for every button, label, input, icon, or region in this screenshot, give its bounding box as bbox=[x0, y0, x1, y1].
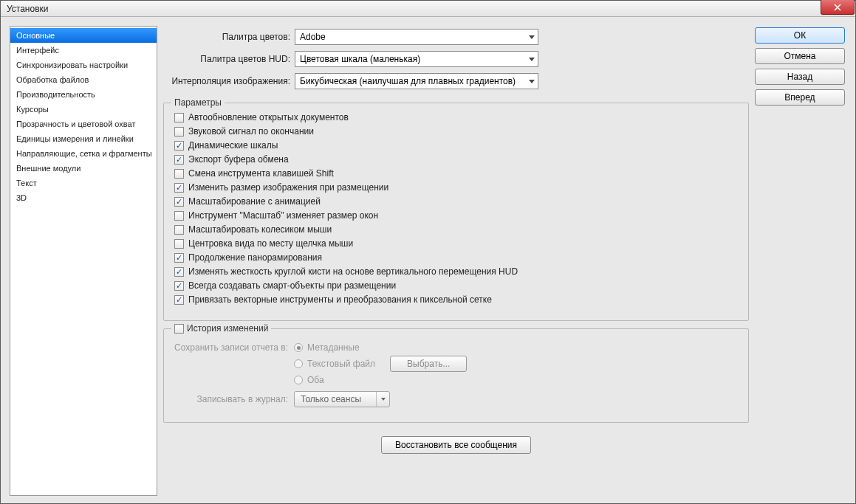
option-checkbox[interactable] bbox=[174, 253, 184, 263]
option-checkbox[interactable] bbox=[174, 281, 184, 291]
chevron-down-icon bbox=[381, 398, 386, 401]
option-checkbox[interactable] bbox=[174, 295, 184, 305]
option-row: Всегда создавать смарт-объекты при разме… bbox=[174, 280, 738, 291]
radio-both[interactable] bbox=[294, 376, 303, 384]
history-fieldset: История изменений Сохранить записи отчет… bbox=[163, 328, 749, 423]
sidebar-item-general[interactable]: Основные bbox=[10, 28, 157, 43]
option-label: Звуковой сигнал по окончании bbox=[188, 126, 314, 137]
color-picker-combo[interactable]: Adobe bbox=[295, 29, 538, 45]
option-checkbox[interactable] bbox=[174, 225, 184, 235]
option-row: Изменять жесткость круглой кисти на осно… bbox=[174, 266, 738, 277]
sidebar-item-plugins[interactable]: Внешние модули bbox=[10, 161, 157, 176]
option-checkbox[interactable] bbox=[174, 141, 184, 151]
history-save-radios: Метаданные Текстовый файл Выбрать... Оба bbox=[294, 342, 467, 385]
cancel-button[interactable]: Отмена bbox=[755, 48, 845, 64]
option-row: Динамические шкалы bbox=[174, 140, 738, 151]
options-legend: Параметры bbox=[171, 97, 225, 108]
next-button[interactable]: Вперед bbox=[755, 89, 845, 106]
option-label: Изменить размер изображения при размещен… bbox=[188, 182, 388, 193]
choose-file-button: Выбрать... bbox=[390, 356, 467, 372]
option-row: Продолжение панорамирования bbox=[174, 252, 738, 263]
radio-textfile[interactable] bbox=[294, 359, 303, 368]
sidebar-item-file-handling[interactable]: Обработка файлов bbox=[10, 72, 157, 87]
ok-button[interactable]: ОК bbox=[755, 27, 845, 44]
journal-combo[interactable]: Только сеансы bbox=[294, 391, 390, 407]
sidebar-item-performance[interactable]: Производительность bbox=[10, 87, 157, 102]
option-label: Масштабировать колесиком мыши bbox=[188, 224, 332, 235]
history-save-label: Сохранить записи отчета в: bbox=[174, 342, 294, 353]
content-area: Основные Интерфейс Синхронизировать наст… bbox=[1, 17, 855, 504]
sidebar-item-interface[interactable]: Интерфейс bbox=[10, 43, 157, 58]
sidebar-item-units[interactable]: Единицы измерения и линейки bbox=[10, 131, 157, 146]
sidebar-item-cursors[interactable]: Курсоры bbox=[10, 102, 157, 117]
window-title: Установки bbox=[1, 4, 48, 14]
option-row: Звуковой сигнал по окончании bbox=[174, 126, 738, 137]
dialog-buttons: ОК Отмена Назад Вперед bbox=[755, 26, 846, 496]
close-button[interactable] bbox=[821, 0, 855, 15]
history-log-checkbox[interactable] bbox=[174, 324, 184, 334]
option-row: Экспорт буфера обмена bbox=[174, 154, 738, 165]
interpolation-combo[interactable]: Бикубическая (наилучшая для плавных град… bbox=[295, 73, 538, 89]
option-row: Смена инструмента клавишей Shift bbox=[174, 168, 738, 179]
option-label: Автообновление открытых документов bbox=[188, 112, 349, 122]
sidebar-item-transparency[interactable]: Прозрачность и цветовой охват bbox=[10, 117, 157, 131]
history-legend: История изменений bbox=[171, 323, 271, 334]
options-fieldset: Параметры Автообновление открытых докуме… bbox=[163, 103, 749, 321]
top-settings: Палитра цветов: Adobe Палитра цветов HUD… bbox=[163, 26, 749, 103]
color-picker-label: Палитра цветов: bbox=[163, 32, 295, 42]
restore-dialogs-button[interactable]: Восстановить все сообщения bbox=[381, 436, 531, 454]
category-sidebar: Основные Интерфейс Синхронизировать наст… bbox=[10, 26, 157, 496]
option-checkbox[interactable] bbox=[174, 267, 184, 277]
option-checkbox[interactable] bbox=[174, 155, 184, 165]
option-row: Привязать векторные инструменты и преобр… bbox=[174, 294, 738, 305]
option-row: Изменить размер изображения при размещен… bbox=[174, 182, 738, 193]
option-row: Инструмент "Масштаб" изменяет размер око… bbox=[174, 210, 738, 221]
option-label: Экспорт буфера обмена bbox=[188, 154, 289, 165]
interpolation-label: Интерполяция изображения: bbox=[163, 76, 295, 86]
main-panel: Палитра цветов: Adobe Палитра цветов HUD… bbox=[163, 26, 749, 496]
options-list: Автообновление открытых документовЗвуков… bbox=[174, 112, 738, 305]
chevron-down-icon bbox=[529, 80, 535, 83]
close-icon bbox=[834, 4, 841, 11]
option-label: Динамические шкалы bbox=[188, 140, 278, 151]
preferences-window: Установки Основные Интерфейс Синхронизир… bbox=[0, 0, 856, 504]
titlebar[interactable]: Установки bbox=[1, 1, 855, 17]
option-label: Смена инструмента клавишей Shift bbox=[188, 168, 334, 179]
radio-metadata[interactable] bbox=[294, 343, 303, 352]
option-row: Масштабировать колесиком мыши bbox=[174, 224, 738, 235]
sidebar-item-guides[interactable]: Направляющие, сетка и фрагменты bbox=[10, 146, 157, 161]
sidebar-item-type[interactable]: Текст bbox=[10, 176, 157, 190]
option-label: Продолжение панорамирования bbox=[188, 252, 322, 263]
option-label: Масштабирование с анимацией bbox=[188, 196, 321, 207]
journal-label: Записывать в журнал: bbox=[174, 394, 294, 404]
option-checkbox[interactable] bbox=[174, 239, 184, 249]
option-checkbox[interactable] bbox=[174, 113, 184, 122]
option-label: Привязать векторные инструменты и преобр… bbox=[188, 294, 492, 305]
prev-button[interactable]: Назад bbox=[755, 69, 845, 85]
option-checkbox[interactable] bbox=[174, 169, 184, 179]
option-row: Автообновление открытых документов bbox=[174, 112, 738, 122]
option-checkbox[interactable] bbox=[174, 211, 184, 221]
option-checkbox[interactable] bbox=[174, 183, 184, 193]
option-checkbox[interactable] bbox=[174, 197, 184, 207]
option-label: Центровка вида по месту щелчка мыши bbox=[188, 238, 353, 249]
hud-picker-combo[interactable]: Цветовая шкала (маленькая) bbox=[295, 51, 538, 67]
option-row: Масштабирование с анимацией bbox=[174, 196, 738, 207]
sidebar-item-sync[interactable]: Синхронизировать настройки bbox=[10, 58, 157, 72]
sidebar-item-3d[interactable]: 3D bbox=[10, 190, 157, 205]
chevron-down-icon bbox=[529, 58, 535, 61]
option-checkbox[interactable] bbox=[174, 127, 184, 137]
option-label: Инструмент "Масштаб" изменяет размер око… bbox=[188, 210, 378, 221]
option-row: Центровка вида по месту щелчка мыши bbox=[174, 238, 738, 249]
chevron-down-icon bbox=[529, 35, 535, 39]
option-label: Всегда создавать смарт-объекты при разме… bbox=[188, 280, 396, 291]
hud-picker-label: Палитра цветов HUD: bbox=[163, 54, 295, 64]
option-label: Изменять жесткость круглой кисти на осно… bbox=[188, 266, 518, 277]
